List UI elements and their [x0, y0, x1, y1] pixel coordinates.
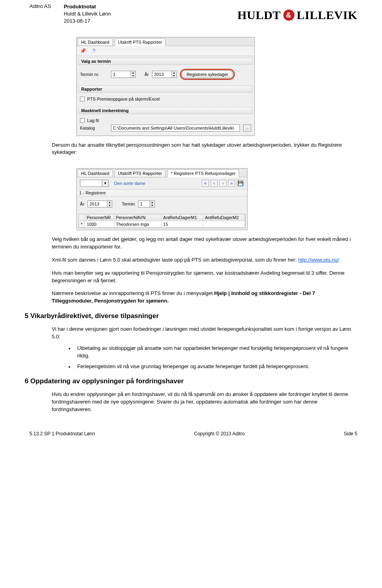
- footer-center: Copyright © 2013 Aditro: [194, 431, 245, 437]
- highlight-ring: Registrere sykedager: [180, 69, 235, 80]
- paragraph: Dersom du har ansatte tilknyttet pensjon…: [52, 142, 357, 157]
- year-spinner[interactable]: ▲▼: [88, 200, 112, 208]
- doc-title: Produktnotat: [64, 3, 111, 10]
- footer-right: Side 5: [344, 431, 357, 437]
- grid-row[interactable]: * 1000 Theodorsen Inga 15: [79, 221, 245, 228]
- registrere-sykedager-button[interactable]: Registrere sykedager: [181, 70, 234, 78]
- cell-personernr[interactable]: 1000: [85, 221, 114, 228]
- heading-6: 6 Oppdatering av opplysninger på fordrin…: [25, 377, 357, 385]
- ampersand-icon: &: [283, 10, 294, 21]
- paragraph: Hvis man benytter seg av rapportering ti…: [52, 270, 357, 285]
- tab-utskrift-pts[interactable]: Utskrift PTS Rapporter: [115, 169, 166, 177]
- bullet-list: Utbetaling av sluttoppgjør på ansatte so…: [68, 345, 357, 371]
- lagfil-label: Lag fil: [87, 118, 99, 123]
- termin-input[interactable]: [138, 200, 150, 208]
- brand-logo: HULDT & LILLEVIK: [237, 3, 357, 25]
- row-marker: *: [79, 221, 85, 228]
- spin-down-icon[interactable]: ▼: [172, 74, 176, 78]
- checkbox[interactable]: [80, 118, 85, 123]
- spin-down-icon[interactable]: ▼: [107, 204, 112, 207]
- nav-last-icon[interactable]: »: [228, 180, 235, 187]
- checkbox[interactable]: [80, 97, 85, 101]
- page-content: HL Dashboard Utskrift PTS Rapporter 📌 ? …: [0, 37, 382, 413]
- company-dropdown[interactable]: ▼: [80, 180, 109, 187]
- header-left: Aditro AS Produktnotat Huldt & Lillevik …: [29, 3, 111, 25]
- spin-up-icon[interactable]: ▲: [131, 71, 135, 74]
- data-grid: PersonerNR PersonerNAVN AntRefuDagerM1 A…: [78, 214, 246, 228]
- nav-prev-icon[interactable]: ‹: [210, 180, 218, 187]
- col-antrefudagerm2: AntRefuDagerM2: [203, 214, 245, 221]
- termin-label: Termin: [122, 202, 135, 206]
- col-personernr: PersonerNR: [85, 214, 114, 221]
- row-selector-header: [79, 214, 85, 221]
- pts-link[interactable]: http://www.pts.no/: [298, 257, 339, 263]
- year-input[interactable]: [152, 71, 172, 78]
- company-name: Aditro AS: [29, 3, 51, 25]
- termin-spinner[interactable]: ▲▼: [111, 71, 136, 78]
- year-label: År: [80, 202, 84, 206]
- cell-dagerm1[interactable]: 15: [162, 221, 203, 228]
- termin-input[interactable]: [111, 71, 131, 78]
- panel-year-termin: År ▲▼ Termin ▲▼: [77, 196, 247, 212]
- cell-dagerm2[interactable]: [203, 221, 245, 228]
- logo-word-left: HULDT: [237, 8, 281, 22]
- page-footer: 5.13.2 SP 1 Produktnotat Lønn Copyright …: [0, 431, 382, 437]
- spin-down-icon[interactable]: ▼: [150, 204, 154, 207]
- company-row: ▼ Den sorte dame « ‹ › » 💾: [77, 177, 247, 189]
- grid-header: PersonerNR PersonerNAVN AntRefuDagerM1 A…: [79, 214, 245, 221]
- record-nav: « ‹ › » 💾: [202, 180, 244, 187]
- product-name: Huldt & Lillevik Lønn: [64, 10, 111, 17]
- katalog-row: Katalog ...: [80, 124, 251, 132]
- section-innberetning: Maskinell innberetning: [78, 107, 253, 114]
- spin-up-icon[interactable]: ▲: [150, 201, 154, 204]
- list-item: Utbetaling av sluttoppgjør på ansatte so…: [68, 345, 357, 360]
- nav-first-icon[interactable]: «: [202, 180, 209, 187]
- panel-valg: Termin nr. ▲▼ År ▲▼ Registrere sykedager: [77, 65, 254, 84]
- spin-up-icon[interactable]: ▲: [172, 71, 176, 74]
- rapport-checkbox-row: PTS Premieoppgave på skjerm/Excel: [80, 97, 251, 101]
- panel-innberetning: Lag fil Katalog ...: [77, 114, 254, 136]
- tab-utskrift-pts[interactable]: Utskrift PTS Rapporter: [115, 38, 166, 46]
- panel-rapporter: PTS Premieoppgave på skjerm/Excel: [77, 93, 254, 105]
- tab-bar: HL Dashboard Utskrift PTS Rapporter: [77, 37, 254, 46]
- tab-dashboard[interactable]: HL Dashboard: [78, 38, 113, 46]
- text-run: Nærmere beskrivelse av innrapportering t…: [52, 290, 214, 296]
- pin-icon[interactable]: 📌: [79, 48, 86, 54]
- katalog-input[interactable]: [111, 124, 240, 132]
- katalog-label: Katalog: [80, 126, 108, 130]
- page-header: Aditro AS Produktnotat Huldt & Lillevik …: [0, 0, 382, 25]
- paragraph: Hvis du endrer opplysninger på en fordri…: [52, 391, 357, 413]
- toolbar: 📌 ?: [77, 46, 254, 56]
- company-name-label: Den sorte dame: [113, 181, 147, 186]
- col-antrefudagerm1: AntRefuDagerM1: [162, 214, 203, 221]
- help-icon[interactable]: ?: [90, 48, 97, 54]
- doc-date: 2013-06-17: [64, 17, 111, 25]
- browse-button[interactable]: ...: [243, 124, 251, 132]
- screenshot-refusjonsdager: HL Dashboard Utskrift PTS Rapporter * Re…: [76, 168, 248, 230]
- paragraph: Nærmere beskrivelse av innrapportering t…: [52, 290, 357, 305]
- tab-registrere-refusjon[interactable]: * Registrere PTS Refusjonsdager: [167, 169, 239, 177]
- step-label: 1 - Registrere: [77, 189, 247, 196]
- spin-up-icon[interactable]: ▲: [107, 201, 112, 204]
- cell-personernavn[interactable]: Theodorsen Inga: [114, 221, 162, 228]
- spin-down-icon[interactable]: ▼: [131, 74, 135, 78]
- text-run: Xml-fil som dannes i Lønn 5.0 skal arbei…: [52, 257, 298, 263]
- heading-5: 5 Vikarbyrådirektivet, diverse tilpasnin…: [25, 312, 357, 320]
- tab-dashboard[interactable]: HL Dashboard: [78, 169, 113, 177]
- company-code-input[interactable]: [80, 180, 102, 187]
- nav-next-icon[interactable]: ›: [219, 180, 226, 187]
- save-icon[interactable]: 💾: [237, 180, 244, 187]
- year-input[interactable]: [88, 200, 107, 208]
- lagfil-row: Lag fil: [80, 118, 251, 123]
- logo-word-right: LILLEVIK: [297, 8, 357, 22]
- termin-spinner[interactable]: ▲▼: [138, 200, 155, 208]
- paragraph: Vi har i denne versjonen gjort noen forb…: [52, 326, 357, 341]
- paragraph: Velg hvilken båt og ansatt det gjelder, …: [52, 236, 357, 251]
- doc-info: Produktnotat Huldt & Lillevik Lønn 2013-…: [64, 3, 111, 25]
- dropdown-arrow-icon[interactable]: ▼: [102, 180, 109, 187]
- paragraph: Xml-fil som dannes i Lønn 5.0 skal arbei…: [52, 256, 357, 264]
- year-spinner[interactable]: ▲▼: [152, 71, 177, 78]
- footer-left: 5.13.2 SP 1 Produktnotat Lønn: [29, 431, 95, 437]
- col-personernavn: PersonerNAVN: [114, 214, 162, 221]
- screenshot-pts-rapporter: HL Dashboard Utskrift PTS Rapporter 📌 ? …: [76, 37, 255, 136]
